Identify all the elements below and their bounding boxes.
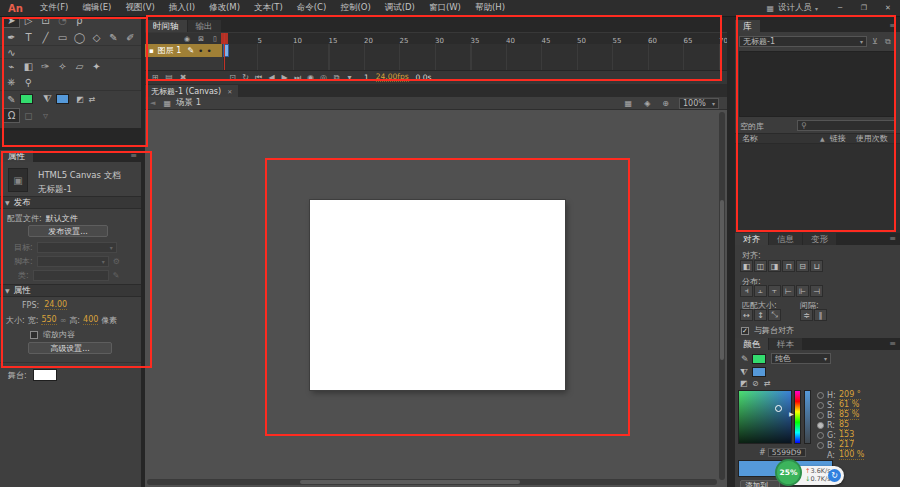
close-button[interactable]: ✕ <box>876 0 900 16</box>
align-group-tab[interactable]: 信息 <box>769 233 802 245</box>
onion-skin-button[interactable]: ◉ <box>304 72 317 84</box>
publish-section-header[interactable]: ▼发布 <box>0 196 141 209</box>
delete-layer-button[interactable]: ✖ <box>176 72 190 84</box>
align-group-tab[interactable]: 变形 <box>803 233 836 245</box>
fill-color-swatch[interactable] <box>56 94 69 104</box>
height-value[interactable]: 400 <box>83 316 98 325</box>
distribute-bottom-button[interactable]: ⫟ <box>768 285 781 297</box>
advanced-settings-button[interactable]: 高级设置... <box>28 342 112 354</box>
tab-library[interactable]: 库 <box>735 20 760 32</box>
add-to-button[interactable]: 添加到... <box>740 480 780 487</box>
match-width-button[interactable]: ↔ <box>740 309 753 321</box>
library-usecount-header[interactable]: 使用次数 <box>856 133 888 144</box>
frame-rate-indicator[interactable]: 24.00fps <box>376 73 409 82</box>
panel-menu-icon[interactable]: ≡ <box>885 233 900 245</box>
pen-tool[interactable]: ✒ <box>3 30 20 45</box>
distribute-v-center-button[interactable]: ⫠ <box>754 285 767 297</box>
bone-tool[interactable]: ⌁ <box>3 59 20 74</box>
zoom-tool[interactable]: ⚲ <box>20 75 37 90</box>
horizontal-scrollbar-thumb[interactable] <box>300 480 520 484</box>
panel-menu-icon[interactable]: ≡ <box>885 338 900 350</box>
hex-input[interactable]: 5599D9 <box>768 448 806 457</box>
tab-properties[interactable]: 属性 <box>0 150 33 162</box>
wrench-icon[interactable]: ⚙ <box>113 257 120 266</box>
distribute-left-button[interactable]: ⊢ <box>782 285 795 297</box>
saturation-field[interactable]: S: 61 % <box>817 400 859 410</box>
zoom-select[interactable]: 100%▾ <box>679 98 719 109</box>
speedball-app-icon[interactable]: ↻ <box>828 469 841 482</box>
width-tool[interactable]: ∿ <box>3 45 20 60</box>
stroke-color-swatch[interactable] <box>752 354 766 364</box>
align-left-button[interactable]: ◧ <box>740 260 753 272</box>
green-field[interactable]: G: 153 <box>817 430 854 440</box>
distribute-top-button[interactable]: ⫞ <box>740 285 753 297</box>
sort-ascending-icon[interactable]: ▲ <box>820 135 825 142</box>
radio-icon[interactable] <box>817 392 824 399</box>
alpha-field[interactable]: A: 100 % <box>817 450 864 460</box>
menu-item[interactable]: 文件(F) <box>33 2 76 14</box>
line-tool[interactable]: ╱ <box>37 30 54 45</box>
edit-symbols-icon[interactable]: ◈ <box>644 99 650 108</box>
scale-content-checkbox[interactable] <box>30 331 38 339</box>
text-tool[interactable]: T <box>20 30 37 45</box>
scene-breadcrumb[interactable]: 场景 1 <box>176 97 201 109</box>
menu-item[interactable]: 命令(C) <box>290 2 334 14</box>
canvas-pasteboard[interactable] <box>145 110 727 487</box>
restore-button[interactable]: ❐ <box>852 0 876 16</box>
pencil-icon[interactable]: ✎ <box>113 271 120 280</box>
library-document-select[interactable]: 无标题-1▾ <box>739 36 867 47</box>
swap-colors-icon[interactable]: ⇄ <box>764 379 771 388</box>
hand-tool[interactable]: ⎈ <box>3 75 20 90</box>
timeline-tab[interactable]: 时间轴 <box>145 20 187 32</box>
menu-item[interactable]: 视图(V) <box>118 2 161 14</box>
layer-row[interactable]: ▪ 图层 1 ✎ • • <box>145 44 222 57</box>
stroke-color-swatch[interactable] <box>20 94 33 104</box>
ink-bottle-tool[interactable]: ✑ <box>37 59 54 74</box>
black-white-icon[interactable]: ◩ <box>740 379 748 388</box>
layer-name[interactable]: 图层 1 <box>158 45 182 56</box>
menu-item[interactable]: 编辑(E) <box>75 2 118 14</box>
align-group-tab[interactable]: 对齐 <box>735 233 768 245</box>
panel-menu-icon[interactable]: ≡ <box>885 20 900 32</box>
pin-library-icon[interactable]: ⊻ <box>872 37 878 46</box>
hue-slider[interactable] <box>794 390 801 444</box>
panel-menu-icon[interactable]: ≡ <box>126 150 141 162</box>
class-input[interactable] <box>33 270 109 281</box>
new-folder-button[interactable]: ▤ <box>162 72 176 84</box>
red-field[interactable]: R: 85 <box>817 420 849 430</box>
speedball-percent-circle[interactable]: 25% <box>775 459 802 486</box>
modify-markers-button[interactable]: ▾ <box>343 72 356 84</box>
menu-item[interactable]: 调试(D) <box>378 2 422 14</box>
frames-grid[interactable] <box>222 44 727 70</box>
no-color-icon[interactable]: ⊘ <box>752 379 759 388</box>
menu-item[interactable]: 修改(M) <box>202 2 247 14</box>
rectangle-tool[interactable]: ▭ <box>54 30 71 45</box>
menu-item[interactable]: 文本(T) <box>247 2 290 14</box>
color-group-tab[interactable]: 样本 <box>769 338 802 350</box>
align-to-stage-checkbox[interactable]: ✓ <box>741 327 749 335</box>
black-white-icon[interactable]: ◩ <box>74 92 86 107</box>
layer-lock-dot[interactable]: • <box>206 46 211 56</box>
align-bottom-button[interactable]: ⊔ <box>810 260 823 272</box>
prev-frame-button[interactable]: ◀ <box>265 72 278 84</box>
align-v-center-button[interactable]: ⊟ <box>796 260 809 272</box>
menu-item[interactable]: 帮助(H) <box>468 2 512 14</box>
color-group-tab[interactable]: 颜色 <box>735 338 768 350</box>
tool-options-button[interactable]: ▿ <box>37 108 54 123</box>
document-tab[interactable]: 无标题-1 (Canvas) ✕ <box>145 85 238 97</box>
width-value[interactable]: 550 <box>41 316 56 325</box>
align-h-center-button[interactable]: ◫ <box>754 260 767 272</box>
radio-icon[interactable] <box>817 432 824 439</box>
align-right-button[interactable]: ◨ <box>768 260 781 272</box>
color-type-select[interactable]: 纯色▾ <box>771 353 831 364</box>
fill-color-swatch[interactable] <box>752 367 766 377</box>
properties-section-header[interactable]: ▼属性 <box>0 284 141 297</box>
loop-button[interactable]: ↻ <box>239 72 252 84</box>
publish-settings-button[interactable]: 发布设置... <box>28 225 108 237</box>
fps-value[interactable]: 24.00 <box>44 301 67 310</box>
object-drawing-button[interactable]: ◻ <box>20 108 37 123</box>
workspace-switcher[interactable]: 设计人员 <box>778 2 812 14</box>
asset-warp-tool[interactable]: ✦ <box>88 59 105 74</box>
stage-color-swatch[interactable] <box>33 369 57 381</box>
script-select[interactable]: ▾ <box>37 256 109 267</box>
